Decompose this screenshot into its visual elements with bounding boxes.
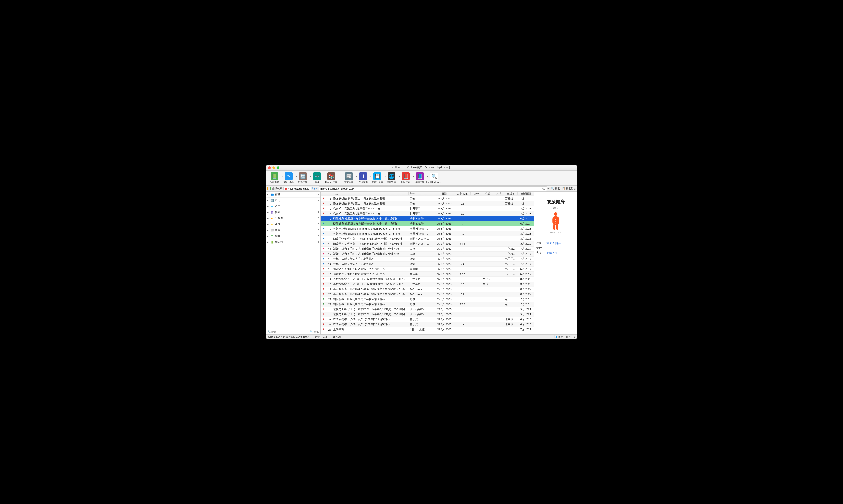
- sidebar-item[interactable]: ▶▦格式2: [266, 210, 321, 215]
- table-row[interactable]: 5 硬派健身·减肥篇：知乎斌卡自选集 (知乎「盐」系列) 斌卡 & 知乎 15 …: [321, 216, 534, 221]
- layout-button[interactable]: 📊 布局: [554, 335, 563, 339]
- table-row[interactable]: 12 跃迁：成为高手的技术（附赠高手秘籍和时间管理秘籍） 古典 15 8月 20…: [321, 252, 534, 256]
- column-header[interactable]: 出版商: [504, 192, 518, 196]
- column-header[interactable]: 丛书: [494, 192, 504, 196]
- pin-icon: [321, 283, 325, 286]
- fulltext-icon[interactable]: FT: [312, 187, 315, 190]
- editbook-icon: 📘: [416, 172, 424, 180]
- expand-icon[interactable]: ▶: [267, 217, 270, 219]
- share-icon: 🌐: [388, 172, 395, 180]
- column-header[interactable]: 出版日期: [518, 192, 534, 196]
- toolbar-add-button[interactable]: 📗添加书籍▼: [268, 172, 281, 185]
- sidebar-item[interactable]: ▶🔤语言1: [266, 198, 321, 203]
- column-header[interactable]: 作者: [409, 192, 434, 196]
- sidebar-item[interactable]: ▶🏷标签3: [266, 233, 321, 239]
- toolbar-glasses-button[interactable]: 👓阅读: [310, 172, 324, 185]
- expand-icon[interactable]: ▶: [267, 223, 270, 226]
- toolbar-delete-button[interactable]: 📕删除书籍▼: [399, 172, 413, 185]
- pin-icon: [321, 242, 325, 246]
- column-header[interactable]: 书名: [332, 192, 409, 196]
- table-row[interactable]: 22 增长黑客：创业公司的用户与收入增长秘籍 范冰 15 8月 2023 17.…: [321, 302, 534, 307]
- pill-icon: [285, 188, 287, 190]
- table-row[interactable]: 4 饮食术 2 实践宝典 (牧田善二) (z-lib.org) 牧田善二 15 …: [321, 211, 534, 216]
- pin-icon: [321, 212, 325, 215]
- column-header[interactable]: 日期: [434, 192, 454, 196]
- toolbar-convert-button[interactable]: 🔄转换书籍▼: [296, 172, 310, 185]
- toolbar-editbook-button[interactable]: 📘编辑书籍▼: [413, 172, 427, 185]
- cover-bodytext: 减: [555, 218, 556, 220]
- expand-icon[interactable]: ▶: [267, 229, 270, 231]
- dropdown-icon[interactable]: ▼: [338, 176, 340, 178]
- pin-icon: [321, 303, 325, 306]
- glasses-icon: 👓: [313, 172, 321, 180]
- table-body[interactable]: 1 隐交易(后台买单):直击一切交易的致命要害 天佑 15 8月 2023 万卷…: [321, 196, 534, 335]
- table-row[interactable]: 9 阅读写作技巧指南 （《如何有效阅读一本书》《如何整理信息》《文案创... 奥…: [321, 236, 534, 241]
- saved-search-pill[interactable]: *marked:duplicates: [283, 187, 311, 191]
- app-window: calibre — || Calibre 书库 :: *marked:dupli…: [266, 165, 577, 339]
- table-row[interactable]: 10 阅读写作技巧指南 （《如何有效阅读一本书》《如何整理信息》《文案创... …: [321, 241, 534, 247]
- table-row[interactable]: 1 隐交易(后台买单):直击一切交易的致命要害 天佑 15 8月 2023 万卷…: [321, 196, 534, 201]
- column-header[interactable]: 大小 (MB): [454, 192, 470, 196]
- table-row[interactable]: 7 鱼翅与花椒 Sharks_Fin_and_Sichuan_Pepper_z_…: [321, 227, 534, 231]
- toolbar-edit-button[interactable]: ✎编辑元数据▼: [282, 172, 295, 185]
- category-icon: ▮▮: [270, 240, 274, 244]
- save-icon: 💾: [373, 172, 381, 180]
- clear-search-icon[interactable]: ⓧ: [543, 186, 545, 191]
- table-row[interactable]: 11 跃迁：成为高手的技术（附赠高手秘籍和时间管理秘籍） 古典 15 8月 20…: [321, 247, 534, 252]
- toolbar-save-button[interactable]: 💾保存到硬盘▼: [371, 172, 384, 185]
- table-row[interactable]: 25 哲学家们都干了些什么？（2015年全新修订版） 林欣浩 15 8月 202…: [321, 317, 534, 322]
- table-row[interactable]: 6 硬派健身·减肥篇：知乎斌卡自选集 (知乎「盐」系列) 斌卡 & 知乎 15 …: [321, 221, 534, 227]
- table-row[interactable]: 3 饮食术 2 实践宝典 (牧田善二) (z-lib.org) 牧田善二 15 …: [321, 206, 534, 211]
- pin-icon: [321, 207, 325, 210]
- sidebar-item[interactable]: ▶≡丛书0: [266, 203, 321, 210]
- toolbar-share-button[interactable]: 🌐连接/共享▼: [385, 172, 398, 185]
- column-header[interactable]: 标签: [482, 192, 494, 196]
- window-title: calibre — || Calibre 书库 :: *marked:dupli…: [266, 166, 577, 169]
- table-row[interactable]: 13 云梯：从新人到达人的职场进化论 虞莹 15 8月 2023 电子工... …: [321, 256, 534, 262]
- metadata-link[interactable]: 书籍文件: [546, 251, 557, 254]
- table-row[interactable]: 24 这就是工科写作（一本书吃透工程学科写作重点。23个实例演练，82条... …: [321, 312, 534, 317]
- table-row[interactable]: 15 运营之光：我的互联网运营方法论与自白2.0 黄有璨 15 8月 2023 …: [321, 267, 534, 272]
- search-settings-icon[interactable]: ✲: [316, 187, 318, 190]
- toolbar-news-button[interactable]: 📰获取新闻▼: [342, 172, 356, 185]
- find-button[interactable]: 🔍 查找: [310, 330, 319, 334]
- table-row[interactable]: 26 哲学家们都干了些什么？（2015年全新修订版） 林欣浩 15 8月 202…: [321, 322, 534, 327]
- table-row[interactable]: 14 云梯：从新人到达人的职场进化论 虞莹 15 8月 2023 7.4 电子工…: [321, 262, 534, 267]
- toolbar-download-button[interactable]: ⬇在线找书▼: [356, 172, 370, 185]
- book-cover[interactable]: 硬派健身 斌卡 减 肥 篇 NACL : 10: [540, 195, 572, 236]
- expand-icon[interactable]: ▶: [267, 211, 270, 214]
- sidebar-item[interactable]: ▶★评分0: [266, 221, 321, 227]
- sidebar-item[interactable]: ▶▮▮标识符1: [266, 239, 321, 245]
- metadata-link[interactable]: 斌卡 & 知乎: [546, 242, 561, 245]
- table-row[interactable]: 8 鱼翅与花椒 Sharks_Fin_and_Sichuan_Pepper_z_…: [321, 231, 534, 236]
- sidebar-item[interactable]: ▶🏛出版商10: [266, 215, 321, 221]
- expand-icon[interactable]: ▶: [267, 205, 270, 208]
- table-row[interactable]: 20 早起的奇迹：那些能够在早晨8:00前改变人生的秘密（"十点读书"爆款课..…: [321, 292, 534, 297]
- expand-icon[interactable]: ▶: [267, 241, 270, 243]
- search-button[interactable]: 🔍 搜索: [551, 187, 560, 190]
- table-row[interactable]: 17 再忙也能瘦_1日5分鐘_上班族最強瘦身法_作者親證_2個月減去16公斤的.…: [321, 277, 534, 282]
- search-dropdown-icon[interactable]: ▾: [548, 187, 549, 190]
- table-row[interactable]: 19 早起的奇迹：那些能够在早晨8:00前改变人生的秘密（"十点读书"爆款课..…: [321, 287, 534, 292]
- table-row[interactable]: 27 正解减糖 [日]小田原雅... 15 8月 2023 7月 2021: [321, 327, 534, 332]
- jobs-button[interactable]: 任务： 0: [566, 335, 575, 339]
- toolbar-library-button[interactable]: 📚Calibre 书库▼: [324, 172, 338, 185]
- expand-icon[interactable]: ▶: [267, 235, 270, 237]
- table-row[interactable]: 21 增长黑客：创业公司的用户与收入增长秘籍 范冰 15 8月 2023 电子工…: [321, 297, 534, 302]
- table-row[interactable]: 23 这就是工科写作（一本书吃透工程学科写作重点。23个实例演练，82条... …: [321, 307, 534, 312]
- sidebar-item[interactable]: ▶📰新闻0: [266, 227, 321, 233]
- column-header[interactable]: 评分: [470, 192, 482, 196]
- category-icon: 🔤: [270, 199, 274, 202]
- config-button[interactable]: 🔧 配置: [268, 330, 276, 334]
- book-metadata: 作者：斌卡 & 知乎文件夹：书籍文件: [536, 241, 575, 255]
- toolbar-find-button[interactable]: 🔍Find Duplicates: [427, 172, 441, 185]
- search-input[interactable]: [319, 186, 547, 191]
- table-row[interactable]: 2 隐交易(后台买单):直击一切交易的致命要害 天佑 15 8月 2023 0.…: [321, 201, 534, 206]
- search-history-button[interactable]: 📋 搜索记录: [562, 187, 576, 190]
- sidebar-item[interactable]: ▶👥作者47: [266, 192, 321, 198]
- table-row[interactable]: 18 再忙也能瘦_1日5分鐘_上班族最強瘦身法_作者親證_2個月減去16公斤的.…: [321, 282, 534, 287]
- virtual-library-button[interactable]: 虚拟书库: [267, 187, 282, 190]
- table-row[interactable]: 16 运营之光：我的互联网运营方法论与自白2.0 黄有璨 15 8月 2023 …: [321, 272, 534, 277]
- expand-icon[interactable]: ▶: [267, 193, 270, 196]
- expand-icon[interactable]: ▶: [267, 199, 270, 202]
